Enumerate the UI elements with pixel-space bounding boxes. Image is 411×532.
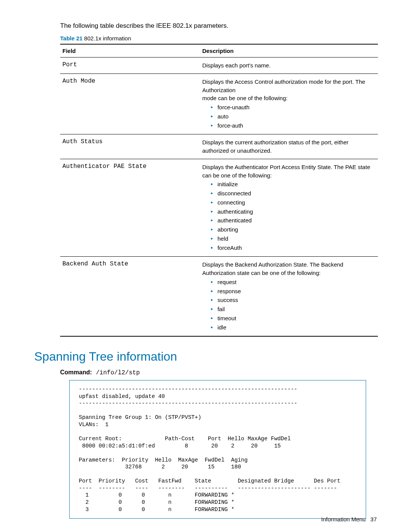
description-cell: Displays each port's name. <box>200 58 378 74</box>
table-row: Authenticator PAE StateDisplays the Auth… <box>60 159 378 257</box>
description-cell: Displays the Access Control authorizatio… <box>200 73 378 134</box>
bullet-item: initialize <box>210 180 376 189</box>
table-caption-text: 802.1x information <box>83 35 131 42</box>
bullet-item: success <box>210 296 376 304</box>
field-cell: Port <box>60 58 200 74</box>
bullet-item: authenticating <box>210 208 376 216</box>
bullet-item: force-auth <box>210 121 376 130</box>
field-cell: Auth Status <box>60 134 200 159</box>
bullet-item: aborting <box>210 225 376 234</box>
bullet-item: response <box>210 287 376 296</box>
page-footer: Information Menu 37 <box>321 516 377 522</box>
bullet-item: timeout <box>210 314 376 323</box>
description-text: mode can be one of the following: <box>202 94 376 102</box>
bullet-list: requestresponsesuccessfailtimeoutidle <box>202 278 376 332</box>
bullet-item: forceAuth <box>210 244 376 252</box>
description-cell: Displays the Authenticator Port Access E… <box>200 159 378 257</box>
table-row: Auth StatusDisplays the current authoriz… <box>60 134 378 159</box>
table-row: PortDisplays each port's name. <box>60 58 378 74</box>
description-text: Displays the current authorization statu… <box>202 138 376 155</box>
field-cell: Auth Mode <box>60 73 200 134</box>
bullet-item: request <box>210 278 376 286</box>
section-heading: Spanning Tree information <box>34 350 377 364</box>
description-text: Displays the Authenticator Port Access E… <box>202 163 376 180</box>
bullet-item: fail <box>210 305 376 313</box>
table-number: Table 21 <box>60 35 83 42</box>
header-field: Field <box>60 44 200 58</box>
document-page: The following table describes the IEEE 8… <box>0 0 411 532</box>
info-table: Field Description PortDisplays each port… <box>60 44 378 337</box>
intro-paragraph: The following table describes the IEEE 8… <box>60 22 377 30</box>
bullet-list: initializedisconnectedconnectingauthenti… <box>202 180 376 252</box>
table-header-row: Field Description <box>60 44 378 58</box>
description-cell: Displays the Backend Authorization State… <box>200 257 378 337</box>
description-text: Displays the Backend Authorization State… <box>202 260 376 277</box>
description-text: Displays each port's name. <box>202 61 376 70</box>
footer-section-label: Information Menu <box>321 516 366 522</box>
description-text: Displays the Access Control authorizatio… <box>202 78 376 94</box>
table-row: Backend Auth StateDisplays the Backend A… <box>60 257 378 337</box>
bullet-item: idle <box>210 323 376 332</box>
bullet-item: held <box>210 235 376 243</box>
command-label: Command: <box>60 369 92 375</box>
command-line: Command: /info/l2/stp <box>60 369 377 376</box>
description-cell: Displays the current authorization statu… <box>200 134 378 159</box>
bullet-item: authenticated <box>210 216 376 225</box>
table-caption: Table 21 802.1x information <box>60 35 377 42</box>
bullet-item: connecting <box>210 198 376 207</box>
bullet-item: force-unauth <box>210 103 376 112</box>
bullet-item: auto <box>210 112 376 121</box>
bullet-list: force-unauthautoforce-auth <box>202 103 376 129</box>
bullet-item: disconnected <box>210 189 376 198</box>
command-value: /info/l2/stp <box>96 369 140 376</box>
field-cell: Authenticator PAE State <box>60 159 200 257</box>
field-cell: Backend Auth State <box>60 257 200 337</box>
footer-page-number: 37 <box>370 516 377 522</box>
header-description: Description <box>200 44 378 58</box>
table-row: Auth ModeDisplays the Access Control aut… <box>60 73 378 134</box>
cli-output-block: ----------------------------------------… <box>69 380 366 519</box>
